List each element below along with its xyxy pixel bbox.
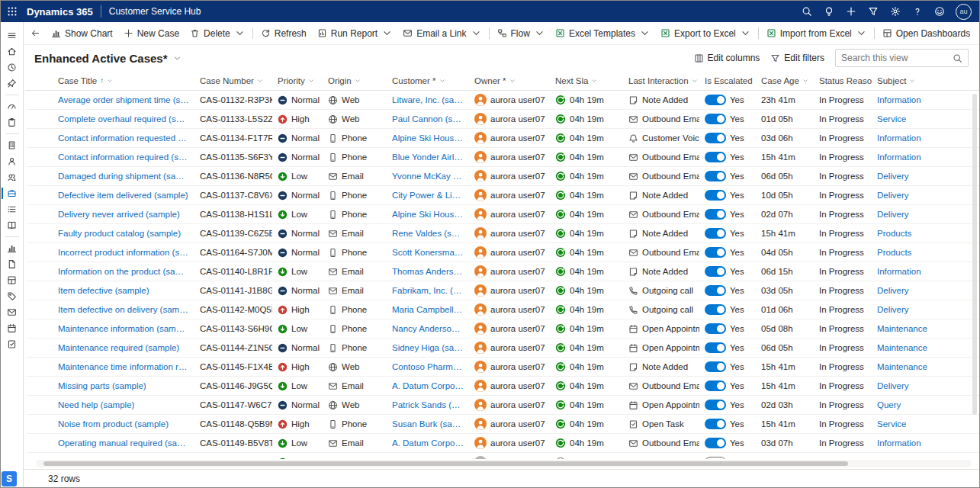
subject-link[interactable]: Maintenance (877, 343, 927, 352)
search-input[interactable] (841, 53, 953, 63)
column-header-case-title[interactable]: Case Title↑ (53, 71, 194, 90)
table-row[interactable]: Item defective (sample)CAS-01141-J1B8G7N… (27, 281, 979, 300)
sidebar-item-insights[interactable] (1, 240, 24, 256)
is-escalated-toggle[interactable] (705, 209, 726, 220)
subject-link[interactable]: Information (877, 133, 921, 143)
subject-link[interactable]: Products (877, 458, 911, 459)
is-escalated-toggle[interactable] (705, 323, 726, 334)
column-header-subject[interactable]: Subject (872, 71, 979, 90)
case-title-link[interactable]: Contact information required (sample) (58, 152, 189, 162)
open-dashboards-button[interactable]: Open Dashboards (877, 22, 975, 45)
case-title-link[interactable]: Complete overhaul required (sample) (58, 114, 189, 124)
is-escalated-toggle[interactable] (705, 457, 726, 459)
customer-link[interactable]: Susan Burk (sample) (392, 419, 464, 429)
edit-columns-button[interactable]: Edit columns (694, 53, 760, 63)
column-header-last-interaction[interactable]: Last Interaction (623, 71, 699, 90)
delete-button[interactable]: Delete (185, 22, 250, 45)
subject-link[interactable]: Query (877, 400, 901, 409)
table-row[interactable]: Product catalog requested (sample)CAS-01… (27, 453, 979, 459)
table-row[interactable]: Contact information required (sample)CAS… (27, 148, 979, 167)
table-row[interactable]: Delivery never arrived (sample)CAS-01138… (27, 205, 979, 224)
settings-button[interactable] (890, 6, 901, 17)
subject-link[interactable]: Service (877, 419, 906, 429)
table-row[interactable]: Maintenance information (sample)CAS-0114… (27, 319, 979, 339)
subject-link[interactable]: Information (877, 95, 921, 104)
case-title-link[interactable]: Operating manual required (sample) (58, 438, 189, 448)
excel-templates-button[interactable]: Excel Templates (550, 22, 655, 45)
customer-link[interactable]: Yvonne McKay (sam... (392, 172, 464, 181)
edit-filters-button[interactable]: Edit filters (770, 53, 824, 63)
sidebar-item-recent[interactable] (1, 59, 24, 75)
case-title-link[interactable]: Defective item delivered (sample) (58, 191, 188, 200)
customer-link[interactable]: A. Datum Corporatio... (392, 438, 464, 448)
table-row[interactable]: Average order shipment time (sample)CAS-… (27, 91, 979, 110)
view-selector[interactable]: Enhanced Active Cases* (34, 52, 182, 65)
search-button[interactable] (802, 6, 812, 17)
subject-link[interactable]: Information (877, 152, 921, 162)
sidebar-item-work-dashboards[interactable] (1, 272, 24, 288)
customer-link[interactable]: A. Datum Corporatio... (392, 381, 464, 390)
table-row[interactable]: Defective item delivered (sample)CAS-011… (27, 186, 979, 205)
suggestions-button[interactable] (824, 6, 834, 17)
table-row[interactable]: Operating manual required (sample)CAS-01… (27, 434, 979, 453)
is-escalated-toggle[interactable] (705, 266, 726, 277)
sidebar-item-activities[interactable] (1, 114, 24, 130)
case-title-link[interactable]: Noise from product (sample) (58, 419, 169, 429)
sidebar-item-social-profiles[interactable] (1, 169, 24, 185)
sidebar-item-queues[interactable] (1, 201, 24, 217)
column-header-priority[interactable]: Priority (272, 71, 323, 90)
subject-link[interactable]: Delivery (877, 381, 909, 390)
customer-link[interactable]: Scott Konersmann (s... (392, 248, 464, 257)
column-header-status-reason[interactable]: Status Reason (814, 71, 872, 90)
customer-link[interactable]: Fourth Coffee (sampl... (392, 458, 464, 459)
subject-link[interactable]: Delivery (877, 210, 909, 219)
customer-link[interactable]: Sidney Higa (sample) (392, 343, 464, 352)
table-row[interactable]: Faulty product catalog (sample)CAS-01139… (27, 224, 979, 243)
quick-create-button[interactable] (846, 6, 856, 17)
sidebar-item-products[interactable] (1, 288, 24, 304)
subject-link[interactable]: Maintenance (877, 362, 927, 371)
sidebar-item-email[interactable] (1, 304, 24, 320)
customer-link[interactable]: Blue Yonder Airlines ... (392, 152, 464, 162)
run-report-button[interactable]: Run Report (312, 22, 397, 45)
is-escalated-toggle[interactable] (705, 419, 726, 429)
refresh-button[interactable]: Refresh (255, 22, 312, 45)
sidebar-item-home[interactable] (1, 43, 24, 59)
is-escalated-toggle[interactable] (705, 438, 726, 448)
is-escalated-toggle[interactable] (705, 95, 726, 105)
sidebar-item-dashboards[interactable] (1, 98, 24, 114)
customer-link[interactable]: Litware, Inc. (sample) (392, 95, 464, 104)
customer-link[interactable]: Alpine Ski House (sa... (392, 210, 464, 219)
search-icon[interactable] (953, 53, 962, 63)
subject-link[interactable]: Maintenance (877, 324, 927, 333)
is-escalated-toggle[interactable] (705, 114, 726, 124)
customer-link[interactable]: Thomas Andersen (s... (392, 267, 464, 276)
sidebar-item-knowledge-articles[interactable] (1, 217, 24, 233)
case-title-link[interactable]: Item defective on delivery (sample) (58, 305, 189, 314)
select-all-cell[interactable] (27, 71, 53, 90)
subject-link[interactable]: Products (877, 229, 911, 238)
case-title-link[interactable]: Missing parts (sample) (58, 381, 146, 390)
feedback-button[interactable] (934, 6, 945, 17)
table-row[interactable]: Noise from product (sample)CAS-01148-Q5B… (27, 415, 979, 434)
sidebar-item-menu[interactable] (1, 27, 24, 43)
subject-link[interactable]: Delivery (877, 286, 909, 295)
horizontal-scrollbar[interactable] (36, 460, 972, 467)
customer-link[interactable]: Paul Cannon (sample) (392, 114, 464, 124)
export-to-excel-button[interactable]: Export to Excel (655, 22, 756, 45)
case-title-link[interactable]: Maintenance required (sample) (58, 343, 179, 352)
create-view-button[interactable]: Create view (975, 22, 979, 45)
case-title-link[interactable]: Information on the product (sample) (58, 267, 189, 276)
column-header-case-number[interactable]: Case Number (194, 71, 272, 90)
case-title-link[interactable]: Product catalog requested (sample) (58, 458, 189, 459)
app-launcher-button[interactable] (1, 1, 24, 22)
table-row[interactable]: Maintenance time information required (s… (27, 358, 979, 377)
sidebar-item-reports[interactable] (1, 256, 24, 272)
is-escalated-toggle[interactable] (705, 228, 726, 239)
sidebar-item-tasks[interactable] (1, 336, 24, 352)
sidebar-item-accounts[interactable] (1, 137, 24, 153)
column-header-case-age[interactable]: Case Age (756, 71, 814, 90)
subject-link[interactable]: Products (877, 248, 911, 257)
is-escalated-toggle[interactable] (705, 171, 726, 181)
customer-link[interactable]: Alpine Ski House (sa... (392, 133, 464, 143)
